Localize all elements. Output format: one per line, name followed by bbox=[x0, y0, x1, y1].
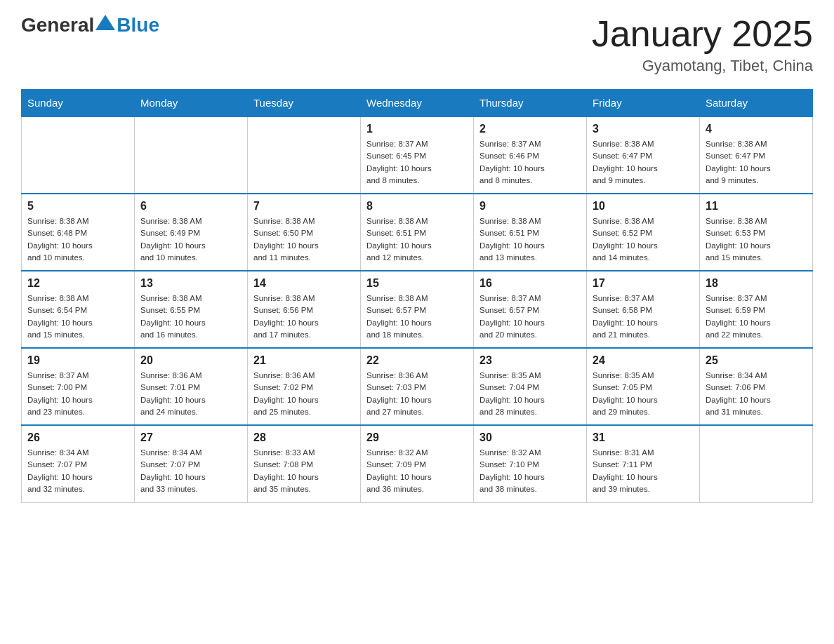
day-number: 1 bbox=[366, 123, 468, 135]
day-number: 14 bbox=[253, 277, 355, 290]
day-info: Sunrise: 8:37 AM Sunset: 6:59 PM Dayligh… bbox=[706, 293, 807, 341]
day-cell: 1Sunrise: 8:37 AM Sunset: 6:45 PM Daylig… bbox=[361, 116, 474, 194]
day-cell: 4Sunrise: 8:38 AM Sunset: 6:47 PM Daylig… bbox=[700, 116, 813, 194]
day-number: 24 bbox=[593, 354, 694, 367]
day-number: 12 bbox=[27, 277, 128, 290]
day-cell: 27Sunrise: 8:34 AM Sunset: 7:07 PM Dayli… bbox=[135, 425, 248, 502]
day-cell: 22Sunrise: 8:36 AM Sunset: 7:03 PM Dayli… bbox=[361, 348, 474, 425]
day-info: Sunrise: 8:31 AM Sunset: 7:11 PM Dayligh… bbox=[593, 447, 694, 495]
day-cell: 11Sunrise: 8:38 AM Sunset: 6:53 PM Dayli… bbox=[700, 194, 813, 271]
day-cell: 18Sunrise: 8:37 AM Sunset: 6:59 PM Dayli… bbox=[700, 271, 813, 348]
day-info: Sunrise: 8:38 AM Sunset: 6:53 PM Dayligh… bbox=[706, 215, 807, 264]
day-info: Sunrise: 8:35 AM Sunset: 7:05 PM Dayligh… bbox=[593, 370, 694, 418]
day-cell bbox=[22, 116, 135, 194]
day-number: 21 bbox=[253, 354, 355, 367]
day-number: 18 bbox=[706, 277, 807, 290]
day-info: Sunrise: 8:36 AM Sunset: 7:01 PM Dayligh… bbox=[140, 370, 241, 418]
day-cell: 25Sunrise: 8:34 AM Sunset: 7:06 PM Dayli… bbox=[700, 348, 813, 425]
day-number: 8 bbox=[366, 200, 468, 213]
day-number: 9 bbox=[479, 200, 581, 213]
logo-triangle-icon bbox=[95, 15, 115, 30]
day-info: Sunrise: 8:34 AM Sunset: 7:06 PM Dayligh… bbox=[706, 370, 807, 418]
day-info: Sunrise: 8:37 AM Sunset: 6:46 PM Dayligh… bbox=[479, 138, 581, 187]
day-cell bbox=[135, 116, 248, 194]
header-cell-sunday: Sunday bbox=[22, 90, 135, 117]
day-number: 17 bbox=[593, 277, 694, 290]
logo-text-general: General bbox=[21, 14, 94, 36]
day-info: Sunrise: 8:38 AM Sunset: 6:52 PM Dayligh… bbox=[593, 215, 694, 264]
day-cell: 19Sunrise: 8:37 AM Sunset: 7:00 PM Dayli… bbox=[22, 348, 135, 425]
day-cell: 14Sunrise: 8:38 AM Sunset: 6:56 PM Dayli… bbox=[248, 271, 361, 348]
day-info: Sunrise: 8:37 AM Sunset: 6:57 PM Dayligh… bbox=[479, 293, 581, 341]
day-number: 20 bbox=[140, 354, 241, 367]
calendar-subtitle: Gyamotang, Tibet, China bbox=[592, 57, 813, 75]
day-info: Sunrise: 8:33 AM Sunset: 7:08 PM Dayligh… bbox=[253, 447, 355, 495]
day-cell: 10Sunrise: 8:38 AM Sunset: 6:52 PM Dayli… bbox=[587, 194, 700, 271]
day-cell: 24Sunrise: 8:35 AM Sunset: 7:05 PM Dayli… bbox=[587, 348, 700, 425]
day-number: 11 bbox=[706, 200, 807, 213]
day-info: Sunrise: 8:32 AM Sunset: 7:09 PM Dayligh… bbox=[366, 447, 468, 495]
calendar-table: SundayMondayTuesdayWednesdayThursdayFrid… bbox=[21, 89, 813, 503]
calendar-header-row: SundayMondayTuesdayWednesdayThursdayFrid… bbox=[22, 90, 813, 117]
day-info: Sunrise: 8:36 AM Sunset: 7:03 PM Dayligh… bbox=[366, 370, 468, 418]
day-cell bbox=[248, 116, 361, 194]
day-info: Sunrise: 8:34 AM Sunset: 7:07 PM Dayligh… bbox=[140, 447, 241, 495]
day-cell: 12Sunrise: 8:38 AM Sunset: 6:54 PM Dayli… bbox=[22, 271, 135, 348]
day-cell: 15Sunrise: 8:38 AM Sunset: 6:57 PM Dayli… bbox=[361, 271, 474, 348]
day-info: Sunrise: 8:36 AM Sunset: 7:02 PM Dayligh… bbox=[253, 370, 355, 418]
calendar-title: January 2025 bbox=[592, 14, 813, 54]
day-info: Sunrise: 8:38 AM Sunset: 6:47 PM Dayligh… bbox=[706, 138, 807, 187]
header-cell-thursday: Thursday bbox=[474, 90, 587, 117]
day-number: 28 bbox=[253, 431, 355, 444]
day-cell: 5Sunrise: 8:38 AM Sunset: 6:48 PM Daylig… bbox=[22, 194, 135, 271]
day-number: 26 bbox=[27, 431, 128, 444]
day-number: 2 bbox=[479, 123, 581, 135]
header-cell-monday: Monday bbox=[135, 90, 248, 117]
week-row-3: 12Sunrise: 8:38 AM Sunset: 6:54 PM Dayli… bbox=[22, 271, 813, 348]
day-number: 10 bbox=[593, 200, 694, 213]
day-number: 16 bbox=[479, 277, 581, 290]
week-row-4: 19Sunrise: 8:37 AM Sunset: 7:00 PM Dayli… bbox=[22, 348, 813, 425]
day-cell: 31Sunrise: 8:31 AM Sunset: 7:11 PM Dayli… bbox=[587, 425, 700, 502]
day-info: Sunrise: 8:38 AM Sunset: 6:56 PM Dayligh… bbox=[253, 293, 355, 341]
day-cell: 9Sunrise: 8:38 AM Sunset: 6:51 PM Daylig… bbox=[474, 194, 587, 271]
week-row-5: 26Sunrise: 8:34 AM Sunset: 7:07 PM Dayli… bbox=[22, 425, 813, 502]
day-cell: 8Sunrise: 8:38 AM Sunset: 6:51 PM Daylig… bbox=[361, 194, 474, 271]
day-number: 6 bbox=[140, 200, 241, 213]
day-cell: 26Sunrise: 8:34 AM Sunset: 7:07 PM Dayli… bbox=[22, 425, 135, 502]
page-header: General Blue January 2025 Gyamotang, Tib… bbox=[21, 14, 813, 75]
day-cell: 17Sunrise: 8:37 AM Sunset: 6:58 PM Dayli… bbox=[587, 271, 700, 348]
day-cell: 30Sunrise: 8:32 AM Sunset: 7:10 PM Dayli… bbox=[474, 425, 587, 502]
day-number: 22 bbox=[366, 354, 468, 367]
day-info: Sunrise: 8:35 AM Sunset: 7:04 PM Dayligh… bbox=[479, 370, 581, 418]
day-number: 7 bbox=[253, 200, 355, 213]
day-cell: 6Sunrise: 8:38 AM Sunset: 6:49 PM Daylig… bbox=[135, 194, 248, 271]
header-cell-friday: Friday bbox=[587, 90, 700, 117]
day-info: Sunrise: 8:38 AM Sunset: 6:54 PM Dayligh… bbox=[27, 293, 128, 341]
day-cell: 23Sunrise: 8:35 AM Sunset: 7:04 PM Dayli… bbox=[474, 348, 587, 425]
day-info: Sunrise: 8:38 AM Sunset: 6:47 PM Dayligh… bbox=[593, 138, 694, 187]
day-number: 25 bbox=[706, 354, 807, 367]
logo-text-blue: Blue bbox=[117, 14, 159, 36]
day-info: Sunrise: 8:38 AM Sunset: 6:55 PM Dayligh… bbox=[140, 293, 241, 341]
day-number: 15 bbox=[366, 277, 468, 290]
day-info: Sunrise: 8:38 AM Sunset: 6:57 PM Dayligh… bbox=[366, 293, 468, 341]
logo: General Blue bbox=[21, 14, 159, 36]
day-number: 29 bbox=[366, 431, 468, 444]
day-info: Sunrise: 8:34 AM Sunset: 7:07 PM Dayligh… bbox=[27, 447, 128, 495]
week-row-1: 1Sunrise: 8:37 AM Sunset: 6:45 PM Daylig… bbox=[22, 116, 813, 194]
day-info: Sunrise: 8:32 AM Sunset: 7:10 PM Dayligh… bbox=[479, 447, 581, 495]
day-info: Sunrise: 8:38 AM Sunset: 6:48 PM Dayligh… bbox=[27, 215, 128, 264]
day-cell: 2Sunrise: 8:37 AM Sunset: 6:46 PM Daylig… bbox=[474, 116, 587, 194]
day-info: Sunrise: 8:38 AM Sunset: 6:51 PM Dayligh… bbox=[479, 215, 581, 264]
header-cell-wednesday: Wednesday bbox=[361, 90, 474, 117]
day-cell: 20Sunrise: 8:36 AM Sunset: 7:01 PM Dayli… bbox=[135, 348, 248, 425]
day-info: Sunrise: 8:37 AM Sunset: 7:00 PM Dayligh… bbox=[27, 370, 128, 418]
day-cell: 16Sunrise: 8:37 AM Sunset: 6:57 PM Dayli… bbox=[474, 271, 587, 348]
day-info: Sunrise: 8:37 AM Sunset: 6:45 PM Dayligh… bbox=[366, 138, 468, 187]
day-info: Sunrise: 8:38 AM Sunset: 6:49 PM Dayligh… bbox=[140, 215, 241, 264]
header-cell-saturday: Saturday bbox=[700, 90, 813, 117]
day-number: 13 bbox=[140, 277, 241, 290]
week-row-2: 5Sunrise: 8:38 AM Sunset: 6:48 PM Daylig… bbox=[22, 194, 813, 271]
day-info: Sunrise: 8:38 AM Sunset: 6:51 PM Dayligh… bbox=[366, 215, 468, 264]
